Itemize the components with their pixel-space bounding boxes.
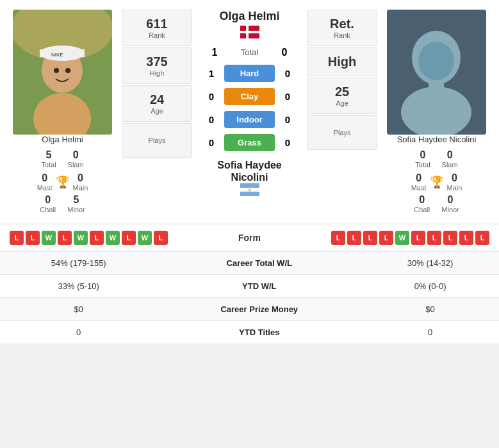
age-box-right: 25 Age bbox=[307, 78, 377, 114]
player-left-trophy-row: 0 Mast 🏆 0 Main bbox=[6, 172, 119, 192]
svg-point-7 bbox=[65, 68, 70, 73]
player-left-photo: NIKE bbox=[13, 10, 112, 135]
trophy-icon-right: 🏆 bbox=[430, 175, 444, 189]
stat-left-value: $0 bbox=[0, 298, 157, 321]
form-badge-right: L bbox=[475, 231, 489, 245]
player-right-photo-svg bbox=[387, 10, 486, 135]
player-left-photo-svg: NIKE bbox=[13, 10, 112, 135]
trophy-icon-left: 🏆 bbox=[56, 175, 70, 189]
hard-badge: Hard bbox=[224, 65, 275, 82]
high-box-left: 375 High bbox=[122, 47, 192, 84]
player-right-mast: 0 Mast bbox=[411, 172, 427, 192]
rank-box-left: 611 Rank bbox=[122, 10, 192, 46]
stat-label: Career Prize Money bbox=[157, 298, 361, 321]
right-player-name-section: Sofia Haydee Nicolini bbox=[199, 159, 300, 200]
player-right-chall: 0 Chall bbox=[414, 194, 430, 213]
player-right-trophy-row: 0 Mast 🏆 0 Main bbox=[380, 172, 493, 192]
form-badge-right: L bbox=[379, 231, 393, 245]
hard-row: 1 Hard 0 bbox=[199, 63, 300, 84]
player-right-stats-row3: 0 Chall 0 Minor bbox=[380, 194, 493, 213]
form-label: Form bbox=[224, 233, 275, 243]
stat-left-value: 54% (179-155) bbox=[0, 252, 157, 275]
form-badge-right: L bbox=[363, 231, 377, 245]
form-badge-left: W bbox=[74, 231, 88, 245]
svg-point-13 bbox=[418, 42, 454, 80]
player-right-stats-row1: 0 Total 0 Slam bbox=[380, 149, 493, 169]
form-badge-right: W bbox=[395, 231, 409, 245]
plays-box-right: Plays bbox=[307, 115, 377, 150]
high-box-right: High bbox=[307, 47, 377, 76]
form-badge-left: L bbox=[90, 231, 104, 245]
form-badge-right: L bbox=[459, 231, 473, 245]
table-row: 33% (5-10)YTD W/L0% (0-0) bbox=[0, 275, 499, 298]
center-section: Olga Helmi 1 Total 0 1 Hard 0 0 Clay bbox=[195, 10, 304, 200]
plays-box-left: Plays bbox=[122, 123, 192, 158]
player-right-photo bbox=[387, 10, 486, 135]
form-badge-right: L bbox=[347, 231, 361, 245]
player-left-minor: 5 Minor bbox=[67, 194, 85, 213]
form-badges-right: LLLLWLLLLL bbox=[331, 231, 489, 245]
form-badge-right: L bbox=[427, 231, 441, 245]
stats-table: 54% (179-155)Career Total W/L30% (14-32)… bbox=[0, 251, 499, 344]
svg-text:NIKE: NIKE bbox=[51, 52, 63, 58]
form-badge-right: L bbox=[411, 231, 425, 245]
form-badge-left: L bbox=[122, 231, 136, 245]
clay-row: 0 Clay 0 bbox=[199, 86, 300, 107]
form-badge-left: L bbox=[58, 231, 72, 245]
total-row: 1 Total 0 bbox=[199, 44, 300, 61]
table-row: $0Career Prize Money$0 bbox=[0, 298, 499, 321]
stat-label: Career Total W/L bbox=[157, 252, 361, 275]
player-right: Sofia Haydee Nicolini 0 Total 0 Slam 0 M… bbox=[380, 10, 493, 217]
player-left-chall: 0 Chall bbox=[40, 194, 56, 213]
player-left-stats-row3: 0 Chall 5 Minor bbox=[6, 194, 119, 213]
player-right-main: 0 Main bbox=[447, 172, 462, 192]
grass-badge: Grass bbox=[224, 134, 275, 151]
rank-box-right: Ret. Rank bbox=[307, 10, 377, 46]
middle-stats: 611 Rank 375 High 24 Age Plays bbox=[122, 10, 192, 158]
form-badge-left: L bbox=[10, 231, 24, 245]
right-stats: Ret. Rank High 25 Age Plays bbox=[307, 10, 377, 150]
main-container: NIKE Olga Helmi 5 Total 0 Slam 0 Mast bbox=[0, 0, 499, 344]
indoor-badge: Indoor bbox=[224, 111, 275, 128]
form-badge-left: W bbox=[42, 231, 56, 245]
grass-row: 0 Grass 0 bbox=[199, 132, 300, 153]
stat-left-value: 0 bbox=[0, 321, 157, 344]
stat-label: YTD W/L bbox=[157, 275, 361, 298]
stat-right-value: 0% (0-0) bbox=[361, 275, 499, 298]
stat-right-value: $0 bbox=[361, 298, 499, 321]
player-left-name: Olga Helmi bbox=[42, 135, 83, 144]
player-right-minor: 0 Minor bbox=[441, 194, 459, 213]
table-row: 54% (179-155)Career Total W/L30% (14-32) bbox=[0, 252, 499, 275]
form-badge-left: W bbox=[138, 231, 152, 245]
flag-left-row bbox=[199, 26, 300, 38]
form-badge-left: L bbox=[26, 231, 40, 245]
form-badge-left: L bbox=[154, 231, 168, 245]
flag-dk bbox=[240, 26, 259, 38]
form-badge-right: L bbox=[331, 231, 345, 245]
player-left-slam: 0 Slam bbox=[68, 149, 84, 169]
stat-right-value: 30% (14-32) bbox=[361, 252, 499, 275]
form-badges-left: LLWLWLWLWL bbox=[10, 231, 168, 245]
form-section: LLWLWLWLWL Form LLLLWLLLLL bbox=[0, 224, 499, 251]
player-right-name-header: Sofia Haydee Nicolini bbox=[199, 159, 300, 183]
player-right-name: Sofia Haydee Nicolini bbox=[397, 135, 477, 144]
flag-ar bbox=[240, 183, 259, 196]
player-left: NIKE Olga Helmi 5 Total 0 Slam 0 Mast bbox=[6, 10, 119, 217]
player-left-name-header: Olga Helmi bbox=[199, 10, 300, 24]
clay-badge: Clay bbox=[224, 88, 275, 105]
indoor-row: 0 Indoor 0 bbox=[199, 109, 300, 130]
player-left-main: 0 Main bbox=[73, 172, 88, 192]
players-section: NIKE Olga Helmi 5 Total 0 Slam 0 Mast bbox=[0, 0, 499, 224]
form-badge-right: L bbox=[443, 231, 457, 245]
stat-label: YTD Titles bbox=[157, 321, 361, 344]
player-right-total: 0 Total bbox=[415, 149, 430, 169]
age-box-left: 24 Age bbox=[122, 85, 192, 122]
stat-right-value: 0 bbox=[361, 321, 499, 344]
flag-right-row bbox=[199, 183, 300, 196]
player-left-stats-row1: 5 Total 0 Slam bbox=[6, 149, 119, 169]
stat-left-value: 33% (5-10) bbox=[0, 275, 157, 298]
player-left-mast: 0 Mast bbox=[37, 172, 53, 192]
player-left-total: 5 Total bbox=[41, 149, 56, 169]
svg-point-6 bbox=[54, 68, 59, 73]
form-badge-left: W bbox=[106, 231, 120, 245]
